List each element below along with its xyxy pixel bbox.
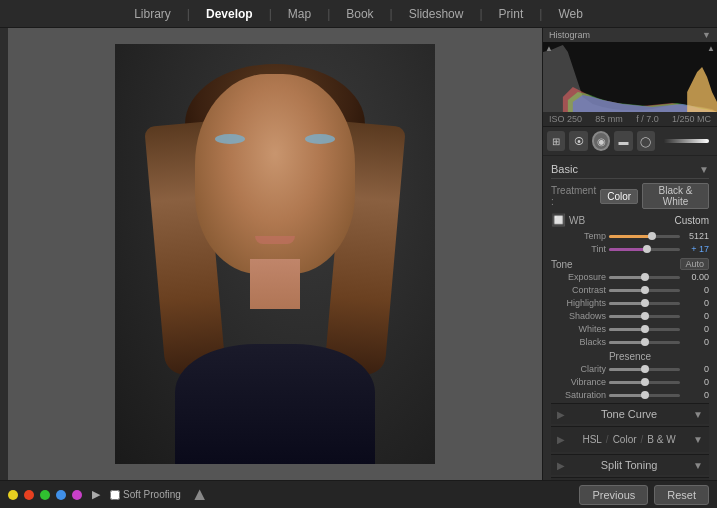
spot-removal-tool[interactable]: ⦿: [569, 131, 587, 151]
dot-purple[interactable]: [72, 490, 82, 500]
shadows-track[interactable]: [609, 315, 680, 318]
dot-yellow[interactable]: [8, 490, 18, 500]
nav-print[interactable]: Print: [491, 3, 532, 25]
shadows-label: Shadows: [551, 311, 606, 321]
histogram-title: Histogram: [549, 30, 590, 40]
shadows-fill: [609, 315, 645, 318]
clarity-value: 0: [683, 364, 709, 374]
tint-track[interactable]: [609, 248, 680, 251]
wb-eyedropper[interactable]: 🔲: [551, 213, 565, 227]
histogram-arrow: ▼: [702, 30, 711, 40]
reset-button[interactable]: Reset: [654, 485, 709, 505]
saturation-track[interactable]: [609, 394, 680, 397]
dot-green[interactable]: [40, 490, 50, 500]
hsl-label[interactable]: HSL: [582, 434, 601, 445]
portrait-photo: [115, 44, 435, 464]
right-eye: [305, 134, 335, 144]
graduated-filter[interactable]: ▬: [614, 131, 632, 151]
nav-sep-6: |: [539, 7, 542, 21]
saturation-thumb[interactable]: [641, 391, 649, 399]
vibrance-thumb[interactable]: [641, 378, 649, 386]
treatment-color-btn[interactable]: Color: [600, 189, 638, 204]
vibrance-fill: [609, 381, 645, 384]
vibrance-label: Vibrance: [551, 377, 606, 387]
hsl-sep2: /: [641, 434, 644, 445]
temp-track[interactable]: [609, 235, 680, 238]
nav-web[interactable]: Web: [550, 3, 590, 25]
hsl-section[interactable]: ▶ HSL / Color / B & W ▼: [551, 426, 709, 452]
blacks-track[interactable]: [609, 341, 680, 344]
histogram-header: Histogram ▼: [543, 28, 717, 42]
exposure-thumb[interactable]: [641, 273, 649, 281]
clarity-track[interactable]: [609, 368, 680, 371]
vibrance-track[interactable]: [609, 381, 680, 384]
exposure-label: Exposure: [551, 272, 606, 282]
bw-label[interactable]: B & W: [647, 434, 675, 445]
split-toning-section[interactable]: ▶ Split Toning ▼: [551, 454, 709, 475]
auto-button[interactable]: Auto: [680, 258, 709, 270]
blacks-value: 0: [683, 337, 709, 347]
previous-button[interactable]: Previous: [579, 485, 648, 505]
exposure-track[interactable]: [609, 276, 680, 279]
contrast-thumb[interactable]: [641, 286, 649, 294]
temp-value: 5121: [683, 231, 709, 241]
tint-value: + 17: [683, 244, 709, 254]
clarity-slider-row: Clarity 0: [551, 364, 709, 374]
clarity-fill: [609, 368, 645, 371]
temp-thumb[interactable]: [648, 232, 656, 240]
highlights-track[interactable]: [609, 302, 680, 305]
nav-sep-2: |: [269, 7, 272, 21]
hsl-expand: ▶: [557, 434, 565, 445]
nav-develop[interactable]: Develop: [198, 3, 261, 25]
filmstrip-expand-arrow[interactable]: ▲: [191, 484, 209, 505]
dot-red[interactable]: [24, 490, 34, 500]
clarity-thumb[interactable]: [641, 365, 649, 373]
neck: [250, 259, 300, 309]
histogram-info: ISO 250 85 mm f / 7.0 1/250 MC: [543, 112, 717, 126]
nav-library[interactable]: Library: [126, 3, 179, 25]
tone-curve-arrow: ▼: [693, 409, 703, 420]
tint-slider-row: Tint + 17: [551, 244, 709, 254]
basic-panel: Basic ▼ Treatment : Color Black & White …: [543, 156, 717, 480]
whites-thumb[interactable]: [641, 325, 649, 333]
presence-header: Presence: [551, 351, 709, 362]
exposure-value: 0.00: [683, 272, 709, 282]
tone-curve-label: Tone Curve: [601, 408, 657, 420]
highlights-slider-row: Highlights 0: [551, 298, 709, 308]
whites-value: 0: [683, 324, 709, 334]
soft-proofing-checkbox[interactable]: [110, 490, 120, 500]
crop-tool[interactable]: ⊞: [547, 131, 565, 151]
color-label[interactable]: Color: [613, 434, 637, 445]
nav-book[interactable]: Book: [338, 3, 381, 25]
temp-slider-row: Temp 5121: [551, 231, 709, 241]
histogram-canvas: ▲ ▲: [543, 42, 717, 112]
shadow-warning[interactable]: ▲: [545, 44, 553, 53]
dot-blue[interactable]: [56, 490, 66, 500]
tint-fill: [609, 248, 647, 251]
red-eye-tool[interactable]: ◉: [592, 131, 611, 151]
contrast-track[interactable]: [609, 289, 680, 292]
tint-thumb[interactable]: [643, 245, 651, 253]
highlights-thumb[interactable]: [641, 299, 649, 307]
shadows-thumb[interactable]: [641, 312, 649, 320]
nav-sep-4: |: [390, 7, 393, 21]
hsl-sep1: /: [606, 434, 609, 445]
highlight-warning[interactable]: ▲: [707, 44, 715, 53]
temp-label: Temp: [551, 231, 606, 241]
treatment-bw-btn[interactable]: Black & White: [642, 183, 709, 209]
radial-filter[interactable]: ◯: [637, 131, 655, 151]
treatment-label: Treatment :: [551, 185, 596, 207]
tone-curve-section[interactable]: ▶ Tone Curve ▼: [551, 403, 709, 424]
nav-slideshow[interactable]: Slideshow: [401, 3, 472, 25]
svg-marker-4: [687, 67, 717, 112]
highlights-fill: [609, 302, 645, 305]
whites-track[interactable]: [609, 328, 680, 331]
shadows-slider-row: Shadows 0: [551, 311, 709, 321]
tone-label: Tone: [551, 259, 573, 270]
nav-map[interactable]: Map: [280, 3, 319, 25]
basic-section-header: Basic ▼: [551, 160, 709, 179]
detail-section[interactable]: ▶ Detail ▼: [551, 477, 709, 480]
play-button[interactable]: ▶: [88, 487, 104, 503]
blacks-thumb[interactable]: [641, 338, 649, 346]
left-eye: [215, 134, 245, 144]
